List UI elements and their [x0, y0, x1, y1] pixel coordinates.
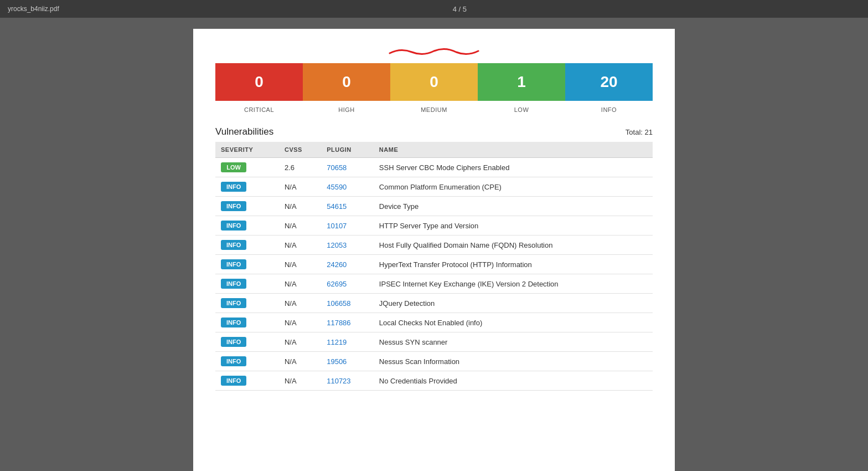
- top-bar: yrocks_b4niiz.pdf 4 / 5: [0, 0, 868, 18]
- cvss-value: N/A: [279, 255, 321, 274]
- cvss-value: N/A: [279, 235, 321, 255]
- severity-labels: CRITICAL HIGH MEDIUM LOW INFO: [215, 104, 653, 113]
- cvss-value: N/A: [279, 197, 321, 216]
- cvss-value: N/A: [279, 274, 321, 294]
- cvss-value: 2.6: [279, 158, 321, 177]
- plugin-link[interactable]: 117886: [327, 319, 350, 327]
- table-row: INFON/A10107HTTP Server Type and Version: [215, 216, 653, 235]
- table-row: INFON/A12053Host Fully Qualified Domain …: [215, 235, 653, 255]
- vuln-name: HTTP Server Type and Version: [374, 216, 653, 235]
- vulnerabilities-total: Total: 21: [626, 128, 653, 136]
- vulnerabilities-table: SEVERITY CVSS PLUGIN NAME LOW2.670658SSH…: [215, 142, 653, 391]
- vuln-name: Host Fully Qualified Domain Name (FQDN) …: [374, 235, 653, 255]
- table-row: INFON/A110723No Credentials Provided: [215, 371, 653, 391]
- severity-badge: INFO: [221, 376, 246, 386]
- table-row: INFON/A54615Device Type: [215, 197, 653, 216]
- severity-badge: INFO: [221, 201, 246, 211]
- plugin-link[interactable]: 12053: [327, 241, 347, 249]
- pdf-page: 0 0 0 1 20 CRITICAL HIGH MEDIUM LOW INFO: [193, 29, 675, 471]
- plugin-link[interactable]: 54615: [327, 202, 347, 211]
- vulnerabilities-header: Vulnerabilities Total: 21: [215, 126, 653, 137]
- severity-badge: INFO: [221, 240, 246, 250]
- info-segment: 20: [565, 63, 653, 101]
- vuln-name: SSH Server CBC Mode Ciphers Enabled: [374, 158, 653, 177]
- severity-badge: INFO: [221, 259, 246, 269]
- high-segment: 0: [303, 63, 390, 101]
- plugin-link[interactable]: 11219: [327, 338, 347, 346]
- critical-segment: 0: [215, 63, 303, 101]
- severity-badge: INFO: [221, 182, 246, 192]
- table-row: INFON/A62695IPSEC Internet Key Exchange …: [215, 274, 653, 294]
- cvss-value: N/A: [279, 313, 321, 332]
- vuln-name: HyperText Transfer Protocol (HTTP) Infor…: [374, 255, 653, 274]
- vuln-name: No Credentials Provided: [374, 371, 653, 391]
- severity-badge: INFO: [221, 356, 246, 366]
- table-header-row: SEVERITY CVSS PLUGIN NAME: [215, 142, 653, 158]
- plugin-link[interactable]: 10107: [327, 222, 347, 230]
- cvss-value: N/A: [279, 332, 321, 352]
- vuln-name: Local Checks Not Enabled (info): [374, 313, 653, 332]
- severity-badge: INFO: [221, 318, 246, 327]
- table-row: INFON/A11219Nessus SYN scanner: [215, 332, 653, 352]
- info-label: INFO: [565, 104, 653, 113]
- table-row: INFON/A19506Nessus Scan Information: [215, 352, 653, 371]
- cvss-value: N/A: [279, 352, 321, 371]
- vuln-name: Device Type: [374, 197, 653, 216]
- plugin-link[interactable]: 110723: [327, 377, 350, 385]
- vulnerabilities-title: Vulnerabilities: [215, 126, 273, 137]
- table-row: INFON/A106658JQuery Detection: [215, 294, 653, 313]
- col-name: NAME: [374, 142, 653, 158]
- annotation-area: [215, 45, 653, 58]
- critical-label: CRITICAL: [215, 104, 303, 113]
- cvss-value: N/A: [279, 294, 321, 313]
- severity-badge: INFO: [221, 298, 246, 308]
- vuln-name: JQuery Detection: [374, 294, 653, 313]
- medium-label: MEDIUM: [390, 104, 478, 113]
- severity-badge: INFO: [221, 279, 246, 289]
- low-segment: 1: [478, 63, 565, 101]
- plugin-link[interactable]: 106658: [327, 299, 350, 308]
- table-row: LOW2.670658SSH Server CBC Mode Ciphers E…: [215, 158, 653, 177]
- medium-segment: 0: [390, 63, 478, 101]
- col-plugin: PLUGIN: [321, 142, 374, 158]
- col-cvss: CVSS: [279, 142, 321, 158]
- filename-label: yrocks_b4niiz.pdf: [8, 5, 59, 13]
- plugin-link[interactable]: 62695: [327, 280, 347, 288]
- cvss-value: N/A: [279, 371, 321, 391]
- plugin-link[interactable]: 70658: [327, 163, 347, 172]
- vuln-name: Nessus SYN scanner: [374, 332, 653, 352]
- severity-badge: INFO: [221, 221, 246, 231]
- plugin-link[interactable]: 19506: [327, 357, 347, 366]
- severity-badge: INFO: [221, 337, 246, 347]
- vuln-name: IPSEC Internet Key Exchange (IKE) Versio…: [374, 274, 653, 294]
- cvss-value: N/A: [279, 177, 321, 197]
- cvss-value: N/A: [279, 216, 321, 235]
- table-row: INFON/A117886Local Checks Not Enabled (i…: [215, 313, 653, 332]
- plugin-link[interactable]: 24260: [327, 260, 347, 269]
- vuln-name: Common Platform Enumeration (CPE): [374, 177, 653, 197]
- plugin-link[interactable]: 45590: [327, 183, 347, 191]
- high-label: HIGH: [303, 104, 390, 113]
- col-severity: SEVERITY: [215, 142, 279, 158]
- vuln-name: Nessus Scan Information: [374, 352, 653, 371]
- critical-annotation: [384, 45, 484, 58]
- low-label: LOW: [478, 104, 565, 113]
- severity-bar: 0 0 0 1 20: [215, 63, 653, 101]
- table-row: INFON/A45590Common Platform Enumeration …: [215, 177, 653, 197]
- page-wrapper: 0 0 0 1 20 CRITICAL HIGH MEDIUM LOW INFO: [0, 18, 868, 471]
- severity-badge: LOW: [221, 162, 246, 172]
- page-indicator: 4 / 5: [453, 5, 467, 13]
- table-row: INFON/A24260HyperText Transfer Protocol …: [215, 255, 653, 274]
